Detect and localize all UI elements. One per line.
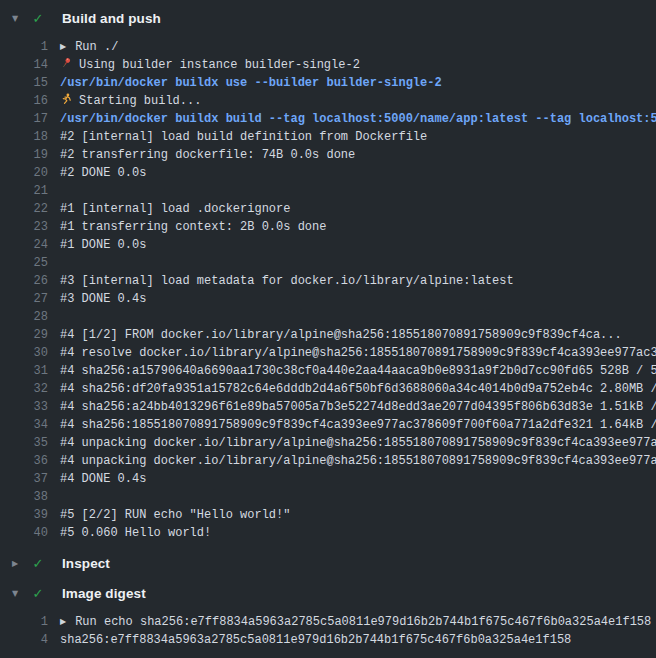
log-text-content: #4 resolve docker.io/library/alpine@sha2… — [60, 346, 656, 360]
log-line: 14Using builder instance builder-single-… — [0, 56, 656, 74]
log-text: ▶Run echo sha256:e7ff8834a5963a2785c5a08… — [60, 613, 651, 631]
expand-group-icon[interactable]: ▶ — [60, 38, 66, 56]
line-number[interactable]: 32 — [0, 380, 48, 398]
log-text-content: #2 DONE 0.0s — [60, 166, 146, 180]
log-text-content: Run echo sha256:e7ff8834a5963a2785c5a081… — [75, 615, 651, 629]
section-header-build-and-push[interactable]: ▼✓Build and push — [0, 3, 656, 33]
expand-group-icon[interactable]: ▶ — [60, 613, 66, 631]
section-header-inspect[interactable]: ▶✓Inspect — [0, 548, 656, 578]
chevron-down-icon[interactable]: ▼ — [8, 589, 22, 598]
log-line: 19#2 transferring dockerfile: 74B 0.0s d… — [0, 146, 656, 164]
section-log-body: 1▶Run ./14Using builder instance builder… — [0, 33, 656, 548]
log-text: #4 unpacking docker.io/library/alpine@sh… — [60, 434, 656, 452]
line-number[interactable]: 22 — [0, 200, 48, 218]
log-text: Using builder instance builder-single-2 — [60, 56, 360, 74]
log-line: 37#4 DONE 0.4s — [0, 470, 656, 488]
line-number[interactable]: 19 — [0, 146, 48, 164]
runner-icon — [60, 93, 73, 105]
log-line: 4sha256:e7ff8834a5963a2785c5a0811e979d16… — [0, 631, 656, 649]
line-number[interactable]: 39 — [0, 506, 48, 524]
line-number[interactable]: 35 — [0, 434, 48, 452]
pushpin-icon — [60, 57, 73, 69]
line-number[interactable]: 28 — [0, 308, 48, 326]
line-number[interactable]: 1 — [0, 613, 48, 631]
log-line: 26#3 [internal] load metadata for docker… — [0, 272, 656, 290]
log-line: 33#4 sha256:a24bb4013296f61e89ba57005a7b… — [0, 398, 656, 416]
line-number[interactable]: 17 — [0, 110, 48, 128]
log-text-content: Run ./ — [75, 40, 118, 54]
log-command-text: /usr/bin/docker buildx use --builder bui… — [60, 74, 442, 92]
log-line: 18#2 [internal] load build definition fr… — [0, 128, 656, 146]
log-text-content: Using builder instance builder-single-2 — [79, 58, 360, 72]
log-line: 17/usr/bin/docker buildx build --tag loc… — [0, 110, 656, 128]
line-number[interactable]: 33 — [0, 398, 48, 416]
log-text: #4 DONE 0.4s — [60, 470, 146, 488]
log-line: 22#1 [internal] load .dockerignore — [0, 200, 656, 218]
log-line: 15/usr/bin/docker buildx use --builder b… — [0, 74, 656, 92]
log-text-content: #4 sha256:df20fa9351a15782c64e6dddb2d4a6… — [60, 382, 656, 396]
line-number[interactable]: 25 — [0, 254, 48, 272]
line-number[interactable]: 29 — [0, 326, 48, 344]
log-text: #4 sha256:a24bb4013296f61e89ba57005a7b3e… — [60, 398, 656, 416]
log-text-content: #5 [2/2] RUN echo "Hello world!" — [60, 508, 290, 522]
log-line: 29#4 [1/2] FROM docker.io/library/alpine… — [0, 326, 656, 344]
line-number[interactable]: 18 — [0, 128, 48, 146]
log-text: #5 [2/2] RUN echo "Hello world!" — [60, 506, 290, 524]
line-number[interactable]: 40 — [0, 524, 48, 542]
log-line: 31#4 sha256:a15790640a6690aa1730c38cf0a4… — [0, 362, 656, 380]
log-text: #3 DONE 0.4s — [60, 290, 146, 308]
log-text-content: #4 [1/2] FROM docker.io/library/alpine@s… — [60, 328, 622, 342]
log-line: 35#4 unpacking docker.io/library/alpine@… — [0, 434, 656, 452]
line-number[interactable]: 30 — [0, 344, 48, 362]
line-number[interactable]: 21 — [0, 182, 48, 200]
log-text: #4 sha256:185518070891758909c9f839cf4ca3… — [60, 416, 656, 434]
line-number[interactable]: 31 — [0, 362, 48, 380]
log-text-content: sha256:e7ff8834a5963a2785c5a0811e979d16b… — [60, 633, 571, 647]
log-text-content: #3 DONE 0.4s — [60, 292, 146, 306]
log-text-content: #1 DONE 0.0s — [60, 238, 146, 252]
log-line: 25 — [0, 254, 656, 272]
line-number[interactable]: 26 — [0, 272, 48, 290]
line-number[interactable]: 24 — [0, 236, 48, 254]
line-number[interactable]: 14 — [0, 56, 48, 74]
line-number[interactable]: 15 — [0, 74, 48, 92]
log-text: sha256:e7ff8834a5963a2785c5a0811e979d16b… — [60, 631, 571, 649]
log-text-content: #4 sha256:a24bb4013296f61e89ba57005a7b3e… — [60, 400, 656, 414]
line-number[interactable]: 4 — [0, 631, 48, 649]
log-command-text: /usr/bin/docker buildx build --tag local… — [60, 110, 656, 128]
chevron-down-icon[interactable]: ▼ — [8, 14, 22, 23]
log-text-content: #4 sha256:a15790640a6690aa1730c38cf0a440… — [60, 364, 656, 378]
section-title: Build and push — [62, 11, 161, 26]
line-number[interactable]: 37 — [0, 470, 48, 488]
log-line: 40#5 0.060 Hello world! — [0, 524, 656, 542]
log-text-content: #4 sha256:185518070891758909c9f839cf4ca3… — [60, 418, 656, 432]
line-number[interactable]: 23 — [0, 218, 48, 236]
log-text: #1 [internal] load .dockerignore — [60, 200, 290, 218]
log-line: 1▶Run echo sha256:e7ff8834a5963a2785c5a0… — [0, 613, 656, 631]
log-text: #4 unpacking docker.io/library/alpine@sh… — [60, 452, 656, 470]
log-text-content: #4 unpacking docker.io/library/alpine@sh… — [60, 454, 656, 468]
log-text-content: /usr/bin/docker buildx use --builder bui… — [60, 76, 442, 90]
log-text-content: #3 [internal] load metadata for docker.i… — [60, 274, 514, 288]
line-number[interactable]: 38 — [0, 488, 48, 506]
log-line: 39#5 [2/2] RUN echo "Hello world!" — [0, 506, 656, 524]
log-text: #2 transferring dockerfile: 74B 0.0s don… — [60, 146, 355, 164]
section-log-body: 1▶Run echo sha256:e7ff8834a5963a2785c5a0… — [0, 608, 656, 655]
line-number[interactable]: 20 — [0, 164, 48, 182]
section-header-image-digest[interactable]: ▼✓Image digest — [0, 578, 656, 608]
log-text: #4 sha256:a15790640a6690aa1730c38cf0a440… — [60, 362, 656, 380]
log-line: 38 — [0, 488, 656, 506]
line-number[interactable]: 36 — [0, 452, 48, 470]
log-line: 20#2 DONE 0.0s — [0, 164, 656, 182]
line-number[interactable]: 1 — [0, 38, 48, 56]
log-text: #4 sha256:df20fa9351a15782c64e6dddb2d4a6… — [60, 380, 656, 398]
log-text: #1 DONE 0.0s — [60, 236, 146, 254]
log-text: #2 DONE 0.0s — [60, 164, 146, 182]
log-text: #5 0.060 Hello world! — [60, 524, 211, 542]
line-number[interactable]: 27 — [0, 290, 48, 308]
line-number[interactable]: 34 — [0, 416, 48, 434]
log-text-content: #4 DONE 0.4s — [60, 472, 146, 486]
chevron-right-icon[interactable]: ▶ — [8, 559, 22, 568]
line-number[interactable]: 16 — [0, 92, 48, 110]
log-line: 21 — [0, 182, 656, 200]
